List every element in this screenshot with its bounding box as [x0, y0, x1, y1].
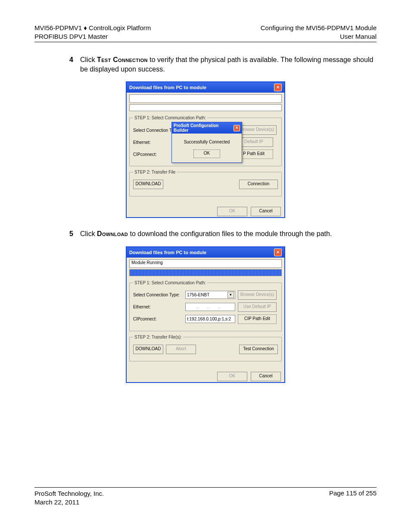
- status-box: [129, 94, 282, 103]
- test-connection-button[interactable]: Connection: [239, 180, 278, 189]
- step-4-num: 4: [60, 55, 80, 74]
- progress-bar: [129, 269, 282, 276]
- step-5: 5 Click Download to download the configu…: [60, 229, 377, 239]
- step-5-num: 5: [60, 229, 80, 239]
- use-default-ip-button[interactable]: Use Default IP: [238, 302, 277, 312]
- cancel-button[interactable]: Cancel: [251, 207, 281, 216]
- group-step2: STEP 2: Transfer File DOWNLOAD Connectio…: [129, 170, 282, 196]
- cipconnect-field[interactable]: t:192.168.0.100,p:1,s:2: [185, 315, 235, 323]
- close-icon[interactable]: ×: [234, 125, 240, 131]
- group-step2-legend: STEP 2: Transfer File: [133, 170, 177, 174]
- ok-button[interactable]: OK: [217, 372, 247, 381]
- ethernet-field[interactable]: . . .: [185, 303, 235, 311]
- footer-date: March 22, 2011: [34, 498, 79, 506]
- hdr-left-1b: ControlLogix Platform: [89, 24, 151, 31]
- popup-success: ProSoft Configuration Builder × Successf…: [171, 122, 242, 163]
- step-5-post: to download the configuration files to t…: [128, 230, 332, 237]
- hdr-right-1: Configuring the MVI56-PDPMV1 Module: [261, 24, 377, 31]
- group-step1-legend: STEP 1: Select Communication Path:: [133, 115, 207, 120]
- step-5-bold: Download: [97, 230, 128, 237]
- step-4: 4 Click Test Connection to verify that t…: [60, 55, 377, 74]
- hdr-left-2: PROFIBUS DPV1 Master: [34, 33, 108, 40]
- close-icon[interactable]: ×: [274, 84, 282, 91]
- dialog-title: Download files from PC to module: [129, 85, 206, 90]
- step-5-pre: Click: [80, 230, 97, 237]
- cip-path-edit-button[interactable]: CIP Path Edit: [238, 314, 277, 324]
- browse-devices-button[interactable]: Browse Device(s): [238, 290, 277, 300]
- download-button[interactable]: DOWNLOAD: [133, 345, 163, 354]
- dialog-titlebar: Download files from PC to module ×: [127, 82, 284, 93]
- status-box: Module Running: [129, 259, 282, 268]
- progress-bar: [129, 104, 282, 111]
- group-step1-legend: STEP 1: Select Communication Path:: [133, 280, 207, 285]
- hdr-left-1a: MVI56-PDPMV1: [34, 24, 82, 31]
- step-4-bold: Test Connection: [97, 56, 148, 63]
- hdr-sep: ♦: [82, 24, 89, 31]
- dialog-title: Download files from PC to module: [129, 250, 206, 255]
- ethernet-label: Ethernet:: [133, 305, 183, 309]
- group-step2-legend: STEP 2: Transfer File(s):: [133, 335, 183, 339]
- cancel-button[interactable]: Cancel: [251, 372, 281, 381]
- conn-type-value: 1756-ENBT: [187, 292, 209, 297]
- group-step1: STEP 1: Select Communication Path: Selec…: [129, 280, 282, 331]
- close-icon[interactable]: ×: [274, 249, 282, 256]
- conn-type-label: Select Connection Type:: [133, 292, 183, 297]
- dialog-titlebar: Download files from PC to module ×: [127, 247, 284, 258]
- footer-page: Page 115 of 255: [329, 489, 377, 506]
- screenshot-2: Download files from PC to module × Modul…: [126, 246, 285, 383]
- browse-devices-button[interactable]: Browse Device(s): [238, 125, 277, 135]
- hdr-right-2: User Manual: [340, 33, 377, 40]
- test-connection-button[interactable]: Test Connection: [239, 345, 278, 354]
- download-button[interactable]: DOWNLOAD: [133, 180, 163, 189]
- popup-message: Successfully Connected: [174, 140, 239, 144]
- abort-button[interactable]: Abort: [166, 345, 196, 354]
- footer-company: ProSoft Technology, Inc.: [34, 490, 104, 497]
- ok-button[interactable]: OK: [217, 207, 247, 216]
- popup-ok-button[interactable]: OK: [193, 149, 220, 158]
- page-footer: ProSoft Technology, Inc. March 22, 2011 …: [34, 487, 377, 506]
- cipconnect-label: CIPconnect:: [133, 317, 183, 321]
- page-header: MVI56-PDPMV1 ♦ ControlLogix Platform PRO…: [34, 24, 377, 42]
- popup-title: ProSoft Configuration Builder: [174, 123, 234, 133]
- screenshot-1: Download files from PC to module × STEP …: [126, 81, 285, 218]
- step-4-pre: Click: [80, 56, 97, 63]
- group-step2: STEP 2: Transfer File(s): DOWNLOAD Abort…: [129, 335, 282, 361]
- conn-type-select[interactable]: 1756-ENBT: [185, 291, 235, 299]
